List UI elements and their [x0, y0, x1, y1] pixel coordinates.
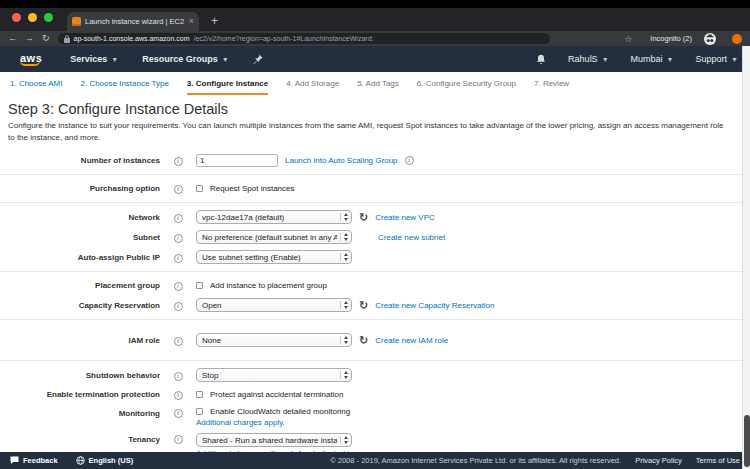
subnet-select[interactable]: No preference (default subnet in any Ava…: [196, 230, 352, 244]
language-selector[interactable]: English (US): [76, 456, 134, 465]
window-zoom-button[interactable]: [44, 13, 53, 22]
row-shutdown-behavior: Shutdown behavior i Stop: [0, 365, 742, 385]
incognito-label: Incognito (2): [650, 34, 692, 43]
additional-charges-link[interactable]: Additional charges apply.: [196, 418, 350, 427]
select-stepper-icon: [340, 371, 348, 379]
request-spot-checkbox[interactable]: [196, 185, 203, 192]
new-tab-button[interactable]: +: [211, 14, 218, 28]
step-add-storage: 4. Add Storage: [286, 79, 339, 95]
lock-icon: [64, 35, 70, 43]
shutdown-behavior-select[interactable]: Stop: [196, 368, 352, 382]
create-new-iam-role-link[interactable]: Create new IAM role: [375, 336, 448, 345]
info-icon[interactable]: i: [174, 409, 183, 418]
info-icon[interactable]: i: [174, 157, 183, 166]
info-icon[interactable]: i: [174, 302, 183, 311]
placement-group-checkbox[interactable]: [196, 282, 203, 289]
field-label: Tenancy: [0, 433, 160, 446]
resource-groups-menu[interactable]: Resource Groups▼: [142, 54, 228, 64]
pin-icon[interactable]: [253, 54, 263, 65]
info-icon[interactable]: i: [174, 435, 183, 444]
profile-avatar[interactable]: [732, 34, 742, 44]
iam-role-select[interactable]: None: [196, 333, 352, 347]
aws-logo[interactable]: aws: [20, 52, 42, 66]
chevron-down-icon: ▼: [222, 56, 229, 63]
step-choose-ami[interactable]: 1. Choose AMI: [10, 79, 62, 95]
globe-icon: [76, 456, 85, 465]
region-menu[interactable]: Mumbai▼: [631, 54, 674, 64]
field-label: Enable termination protection: [0, 388, 160, 401]
refresh-icon[interactable]: ↻: [359, 300, 368, 311]
divider: [0, 174, 742, 175]
page-scrollbar[interactable]: [742, 46, 750, 469]
info-icon[interactable]: i: [174, 372, 183, 381]
wizard-steps: 1. Choose AMI 2. Choose Instance Type 3.…: [0, 72, 742, 95]
auto-assign-ip-select[interactable]: Use subnet setting (Enable): [196, 250, 352, 264]
url-path: /ec2/v2/home?region=ap-south-1#LaunchIns…: [194, 35, 374, 42]
notifications-bell-icon[interactable]: [536, 54, 546, 65]
field-label: Capacity Reservation: [0, 299, 160, 312]
info-icon[interactable]: i: [174, 337, 183, 346]
refresh-icon[interactable]: ↻: [359, 335, 368, 346]
create-new-capacity-reservation-link[interactable]: Create new Capacity Reservation: [375, 301, 494, 310]
network-select[interactable]: vpc-12dae17a (default): [196, 210, 352, 224]
services-menu[interactable]: Services▼: [70, 54, 118, 64]
info-icon[interactable]: i: [174, 254, 183, 263]
address-bar[interactable]: ap-south-1.console.aws.amazon.com/ec2/v2…: [58, 33, 550, 44]
info-icon[interactable]: i: [174, 234, 183, 243]
back-icon[interactable]: ←: [8, 34, 17, 43]
cloudwatch-monitoring-checkbox[interactable]: [196, 408, 203, 415]
info-icon[interactable]: i: [174, 185, 183, 194]
browser-chrome: Launch instance wizard | EC2 | × + ← → ↻…: [0, 0, 750, 46]
row-auto-assign-public-ip: Auto-assign Public IP i Use subnet setti…: [0, 247, 742, 267]
divider: [0, 271, 742, 272]
info-icon[interactable]: i: [174, 282, 183, 291]
row-purchasing-option: Purchasing option i Request Spot instanc…: [0, 179, 742, 198]
field-label: Placement group: [0, 279, 160, 292]
chevron-down-icon: ▼: [111, 56, 118, 63]
create-new-vpc-link[interactable]: Create new VPC: [375, 213, 435, 222]
info-icon[interactable]: i: [405, 156, 414, 165]
number-of-instances-input[interactable]: [196, 154, 278, 167]
capacity-reservation-select[interactable]: Open: [196, 298, 352, 312]
step-add-tags: 5. Add Tags: [357, 79, 399, 95]
field-label: Network: [0, 211, 160, 224]
step-configure-security-group: 6. Configure Security Group: [417, 79, 516, 95]
row-monitoring: Monitoring i Enable CloudWatch detailed …: [0, 404, 742, 430]
refresh-icon[interactable]: ↻: [359, 212, 368, 223]
browser-tab[interactable]: Launch instance wizard | EC2 | ×: [67, 12, 199, 31]
step-choose-instance-type[interactable]: 2. Choose Instance Type: [80, 79, 168, 95]
url-domain: ap-south-1.console.aws.amazon.com: [74, 35, 190, 42]
select-stepper-icon: [340, 213, 348, 221]
row-capacity-reservation: Capacity Reservation i Open ↻ Create new…: [0, 295, 742, 315]
row-network: Network i vpc-12dae17a (default) ↻ Creat…: [0, 207, 742, 227]
info-icon[interactable]: i: [174, 214, 183, 223]
termination-protection-checkbox[interactable]: [196, 391, 203, 398]
bookmark-star-icon[interactable]: ☆: [624, 34, 632, 44]
chevron-down-icon: ▼: [602, 56, 609, 63]
configure-instance-form: Number of instances i Launch into Auto S…: [0, 145, 742, 452]
window-close-button[interactable]: [12, 13, 21, 22]
browser-toolbar: ← → ↻ ap-south-1.console.aws.amazon.com/…: [0, 31, 750, 46]
create-new-subnet-link[interactable]: Create new subnet: [378, 233, 445, 242]
info-icon[interactable]: i: [174, 391, 183, 400]
tenancy-select[interactable]: Shared - Run a shared hardware instance: [196, 433, 352, 447]
divider: [0, 202, 742, 203]
reload-icon[interactable]: ↻: [42, 34, 50, 43]
window-minimize-button[interactable]: [28, 13, 37, 22]
support-menu[interactable]: Support▼: [696, 54, 738, 64]
field-label: Monitoring: [0, 407, 160, 420]
step-configure-instance[interactable]: 3. Configure Instance: [187, 79, 268, 95]
select-stepper-icon: [340, 301, 348, 309]
tab-close-icon[interactable]: ×: [189, 17, 194, 26]
divider: [0, 319, 742, 320]
forward-icon[interactable]: →: [25, 34, 34, 43]
incognito-icon: [704, 33, 716, 45]
scrollbar-thumb[interactable]: [744, 415, 750, 467]
auto-scaling-group-link[interactable]: Launch into Auto Scaling Group: [285, 156, 398, 165]
terms-of-use-link[interactable]: Terms of Use: [696, 456, 740, 465]
user-menu[interactable]: RahulS▼: [568, 54, 608, 64]
privacy-policy-link[interactable]: Privacy Policy: [635, 456, 682, 465]
select-stepper-icon: [340, 336, 348, 344]
feedback-button[interactable]: Feedback: [10, 456, 58, 465]
divider: [0, 360, 742, 361]
